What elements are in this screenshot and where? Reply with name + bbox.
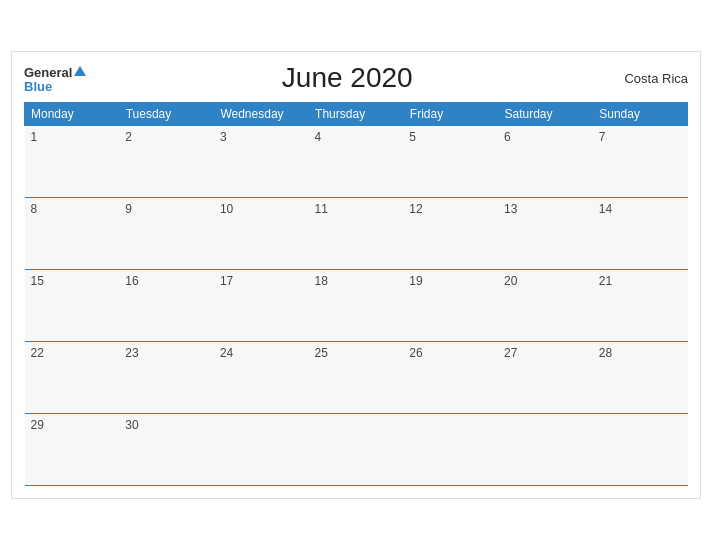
calendar-title: June 2020 [86,62,608,94]
day-cell: 6 [498,126,593,198]
week-row-3: 15161718192021 [25,270,688,342]
day-number: 21 [599,274,612,288]
day-number: 6 [504,130,511,144]
logo-general: General [24,64,86,80]
day-number: 24 [220,346,233,360]
day-cell: 12 [403,198,498,270]
day-number: 10 [220,202,233,216]
day-cell: 4 [309,126,404,198]
week-row-2: 891011121314 [25,198,688,270]
day-cell: 25 [309,342,404,414]
logo-blue: Blue [24,80,52,93]
day-cell: 11 [309,198,404,270]
day-cell: 7 [593,126,688,198]
logo: General Blue [24,64,86,93]
day-cell: 19 [403,270,498,342]
day-cell: 3 [214,126,309,198]
day-cell [403,414,498,486]
day-cell: 14 [593,198,688,270]
day-cell: 23 [119,342,214,414]
calendar-table: Monday Tuesday Wednesday Thursday Friday… [24,102,688,486]
day-number: 3 [220,130,227,144]
day-number: 4 [315,130,322,144]
day-cell: 17 [214,270,309,342]
week-row-5: 2930 [25,414,688,486]
day-number: 2 [125,130,132,144]
day-cell: 13 [498,198,593,270]
days-header-row: Monday Tuesday Wednesday Thursday Friday… [25,103,688,126]
day-number: 20 [504,274,517,288]
header-thursday: Thursday [309,103,404,126]
day-number: 29 [31,418,44,432]
day-number: 9 [125,202,132,216]
day-cell: 2 [119,126,214,198]
day-number: 30 [125,418,138,432]
logo-triangle-icon [74,66,86,76]
day-cell [214,414,309,486]
day-number: 23 [125,346,138,360]
calendar-container: General Blue June 2020 Costa Rica Monday… [11,51,701,499]
day-cell: 28 [593,342,688,414]
day-cell: 1 [25,126,120,198]
day-cell: 27 [498,342,593,414]
day-number: 27 [504,346,517,360]
day-cell: 10 [214,198,309,270]
day-cell: 29 [25,414,120,486]
day-number: 15 [31,274,44,288]
day-cell [309,414,404,486]
day-number: 11 [315,202,328,216]
day-number: 7 [599,130,606,144]
day-number: 22 [31,346,44,360]
day-number: 26 [409,346,422,360]
day-number: 19 [409,274,422,288]
day-number: 1 [31,130,38,144]
week-row-4: 22232425262728 [25,342,688,414]
day-number: 5 [409,130,416,144]
week-row-1: 1234567 [25,126,688,198]
day-cell [498,414,593,486]
header-tuesday: Tuesday [119,103,214,126]
day-number: 28 [599,346,612,360]
header-sunday: Sunday [593,103,688,126]
calendar-header: General Blue June 2020 Costa Rica [24,62,688,94]
day-cell: 26 [403,342,498,414]
day-cell: 30 [119,414,214,486]
day-cell: 18 [309,270,404,342]
day-cell: 22 [25,342,120,414]
day-cell: 24 [214,342,309,414]
header-friday: Friday [403,103,498,126]
day-number: 18 [315,274,328,288]
day-cell: 9 [119,198,214,270]
day-number: 16 [125,274,138,288]
day-cell: 20 [498,270,593,342]
day-number: 13 [504,202,517,216]
day-cell: 5 [403,126,498,198]
day-cell: 21 [593,270,688,342]
day-cell: 16 [119,270,214,342]
day-number: 14 [599,202,612,216]
calendar-country: Costa Rica [608,71,688,86]
day-cell [593,414,688,486]
header-wednesday: Wednesday [214,103,309,126]
day-cell: 8 [25,198,120,270]
day-number: 8 [31,202,38,216]
day-number: 17 [220,274,233,288]
day-number: 12 [409,202,422,216]
day-cell: 15 [25,270,120,342]
header-monday: Monday [25,103,120,126]
day-number: 25 [315,346,328,360]
header-saturday: Saturday [498,103,593,126]
